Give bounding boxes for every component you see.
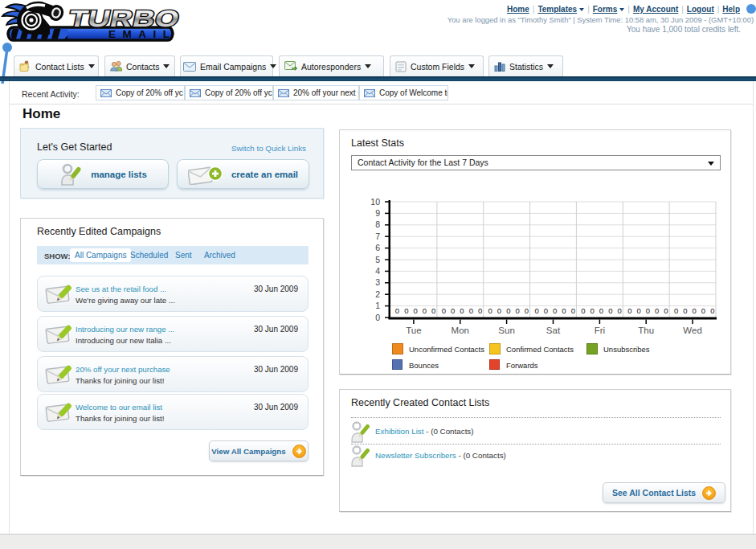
svg-text:0: 0	[395, 306, 399, 315]
svg-text:3: 3	[375, 277, 380, 287]
svg-text:0: 0	[451, 306, 455, 315]
svg-text:10: 10	[370, 197, 380, 207]
svg-text:0: 0	[562, 306, 566, 315]
svg-text:2: 2	[375, 289, 380, 299]
svg-text:TURBO: TURBO	[67, 5, 182, 31]
svg-text:7: 7	[375, 231, 380, 241]
svg-text:0: 0	[701, 306, 705, 315]
svg-text:Tue: Tue	[406, 326, 421, 335]
svg-text:0: 0	[404, 306, 408, 315]
svg-text:9: 9	[375, 208, 380, 218]
svg-text:6: 6	[375, 243, 380, 252]
svg-text:Wed: Wed	[683, 326, 701, 335]
svg-text:0: 0	[525, 306, 529, 315]
svg-text:0: 0	[599, 306, 603, 315]
svg-text:4: 4	[375, 266, 380, 276]
svg-text:0: 0	[488, 306, 492, 315]
svg-text:Fri: Fri	[595, 326, 605, 335]
svg-text:0: 0	[617, 306, 621, 315]
svg-text:0: 0	[478, 306, 482, 315]
svg-text:0: 0	[646, 306, 650, 315]
svg-text:0: 0	[683, 306, 687, 315]
svg-text:0: 0	[581, 306, 585, 315]
svg-text:8: 8	[375, 219, 380, 229]
svg-text:0: 0	[375, 313, 380, 322]
svg-text:Sun: Sun	[498, 326, 514, 335]
svg-text:Sat: Sat	[546, 326, 561, 335]
svg-text:0: 0	[497, 306, 501, 315]
svg-text:0: 0	[442, 306, 446, 315]
svg-text:0: 0	[674, 306, 678, 315]
svg-text:0: 0	[627, 306, 631, 315]
svg-text:0: 0	[710, 306, 714, 315]
svg-text:0: 0	[506, 306, 510, 315]
svg-text:0: 0	[460, 306, 464, 315]
svg-text:0: 0	[636, 306, 640, 315]
svg-text:0: 0	[423, 306, 427, 315]
svg-text:0: 0	[571, 306, 575, 315]
svg-text:0: 0	[655, 306, 659, 315]
svg-text:0: 0	[608, 306, 612, 315]
svg-text:0: 0	[534, 306, 538, 315]
svg-text:Thu: Thu	[638, 326, 654, 335]
svg-text:0: 0	[590, 306, 595, 315]
svg-text:0: 0	[469, 306, 473, 315]
svg-text:0: 0	[693, 306, 697, 315]
svg-text:0: 0	[413, 306, 417, 315]
svg-text:0: 0	[515, 306, 519, 315]
svg-text:0: 0	[431, 306, 435, 315]
svg-text:0: 0	[664, 306, 668, 315]
svg-text:5: 5	[375, 255, 380, 264]
svg-text:Mon: Mon	[452, 326, 469, 335]
svg-text:0: 0	[553, 306, 557, 315]
svg-text:1: 1	[375, 301, 380, 310]
svg-text:0: 0	[544, 306, 548, 315]
